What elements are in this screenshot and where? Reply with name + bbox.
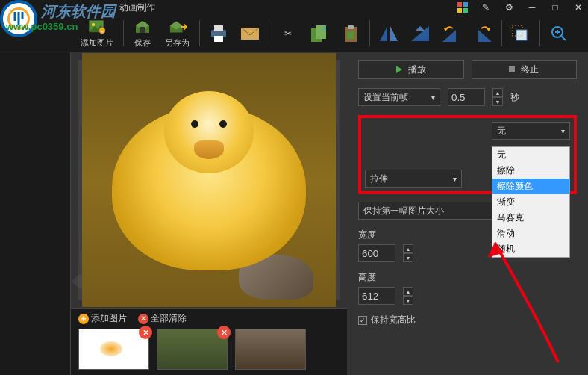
rotate-left-icon bbox=[442, 25, 460, 43]
flip-v-button[interactable] bbox=[405, 23, 435, 44]
annotation-highlight-box: 无 无 擦除 擦除颜色 渐变 马赛克 滑动 随机 拉伸 bbox=[358, 115, 577, 194]
email-button[interactable] bbox=[235, 23, 265, 44]
svg-line-20 bbox=[561, 36, 566, 40]
spinner-down[interactable]: ▼ bbox=[403, 296, 413, 305]
paste-button[interactable] bbox=[336, 23, 366, 44]
copy-icon bbox=[310, 25, 328, 43]
transition-dropdown[interactable]: 无 bbox=[492, 122, 570, 140]
transition-option[interactable]: 马赛克 bbox=[492, 210, 569, 226]
thumbnail-2[interactable]: ✕ bbox=[157, 329, 228, 370]
spinner-down[interactable]: ▼ bbox=[492, 97, 503, 106]
spinner-up[interactable]: ▲ bbox=[403, 287, 413, 296]
window-title: 动画制作 bbox=[119, 1, 155, 14]
save-as-button[interactable]: 另存为 bbox=[159, 16, 196, 50]
transition-option[interactable]: 渐变 bbox=[492, 194, 569, 210]
save-icon bbox=[134, 18, 151, 36]
zoom-in-icon bbox=[550, 25, 568, 43]
minimize-icon[interactable]: ─ bbox=[526, 1, 538, 13]
stop-label: 终止 bbox=[521, 63, 539, 76]
spinner-up[interactable]: ▲ bbox=[492, 88, 503, 97]
zoom-button[interactable] bbox=[544, 23, 574, 44]
svg-rect-1 bbox=[463, 2, 468, 7]
play-icon bbox=[396, 66, 402, 73]
svg-rect-0 bbox=[457, 2, 462, 7]
flip-h-button[interactable] bbox=[374, 23, 404, 44]
transition-option[interactable]: 无 bbox=[492, 147, 569, 163]
thumbs-add-button[interactable]: + 添加图片 bbox=[78, 312, 127, 325]
watermark-logo: 河东软件园 www.pc0359.cn bbox=[0, 0, 37, 37]
transition-dropdown-menu[interactable]: 无 擦除 擦除颜色 渐变 马赛克 滑动 随机 bbox=[492, 146, 570, 258]
add-image-label: 添加图片 bbox=[81, 37, 113, 49]
svg-rect-3 bbox=[463, 8, 468, 13]
cut-button[interactable]: ✂ bbox=[273, 23, 303, 44]
svg-point-5 bbox=[92, 23, 95, 26]
rotate-left-button[interactable] bbox=[437, 23, 466, 44]
spinner-up[interactable]: ▲ bbox=[403, 244, 413, 253]
save-button[interactable]: 保存 bbox=[128, 16, 157, 50]
play-label: 播放 bbox=[408, 63, 426, 76]
logo-url: www.pc0359.cn bbox=[6, 21, 78, 32]
transition-option[interactable]: 滑动 bbox=[492, 226, 569, 241]
keep-ratio-checkbox[interactable]: ✓ bbox=[358, 316, 367, 325]
canvas-area[interactable] bbox=[71, 52, 347, 308]
preview-image bbox=[82, 53, 336, 307]
thumbs-clear-label: 全部清除 bbox=[151, 312, 187, 325]
gear-icon[interactable]: ⚙ bbox=[503, 1, 515, 13]
logo-text: 河东软件园 bbox=[41, 1, 116, 22]
resize-button[interactable] bbox=[506, 23, 536, 44]
svg-rect-2 bbox=[457, 8, 462, 13]
thumb-delete-icon[interactable]: ✕ bbox=[217, 326, 231, 339]
x-icon: ✕ bbox=[138, 314, 148, 324]
transition-option-selected[interactable]: 擦除颜色 bbox=[492, 179, 569, 194]
save-as-icon bbox=[169, 18, 187, 36]
svg-text:+: + bbox=[101, 29, 104, 34]
plus-icon: + bbox=[78, 314, 89, 324]
keep-ratio-label: 保持宽高比 bbox=[371, 314, 416, 326]
duration-input[interactable] bbox=[448, 88, 485, 106]
thumbnail-3[interactable] bbox=[235, 329, 306, 370]
thumbnail-1[interactable]: ✕ bbox=[78, 329, 149, 370]
svg-rect-10 bbox=[214, 36, 223, 42]
duration-unit: 秒 bbox=[510, 91, 519, 104]
save-label: 保存 bbox=[134, 37, 151, 49]
svg-rect-17 bbox=[516, 30, 527, 40]
thumb-delete-icon[interactable]: ✕ bbox=[139, 326, 152, 339]
transition-option[interactable]: 擦除 bbox=[492, 163, 569, 179]
maximize-icon[interactable]: □ bbox=[549, 1, 561, 13]
scissors-icon: ✂ bbox=[279, 25, 297, 43]
stop-button[interactable]: 终止 bbox=[472, 60, 578, 79]
palette-icon[interactable] bbox=[457, 1, 469, 13]
flip-horizontal-icon bbox=[380, 25, 398, 43]
thumbnails-bar: + 添加图片 ✕ 全部清除 ✕ ✕ bbox=[71, 308, 347, 375]
height-input[interactable] bbox=[358, 287, 395, 305]
paste-icon bbox=[342, 25, 360, 43]
properties-panel: 播放 终止 设置当前帧 ▲▼ 秒 无 无 擦除 擦除颜色 渐变 马赛克 滑动 随… bbox=[347, 52, 588, 375]
rotate-right-button[interactable] bbox=[468, 23, 498, 44]
flip-vertical-icon bbox=[411, 25, 429, 43]
play-button[interactable]: 播放 bbox=[358, 60, 464, 79]
stop-icon bbox=[509, 66, 515, 72]
height-label: 高度 bbox=[358, 271, 577, 284]
printer-icon bbox=[210, 25, 228, 43]
resize-icon bbox=[512, 25, 530, 43]
envelope-icon bbox=[241, 25, 259, 43]
print-button[interactable] bbox=[204, 23, 234, 44]
thumbs-clear-button[interactable]: ✕ 全部清除 bbox=[138, 312, 187, 325]
rotate-right-icon bbox=[474, 25, 492, 43]
thumbs-add-label: 添加图片 bbox=[91, 312, 127, 325]
svg-rect-15 bbox=[348, 25, 354, 29]
set-frame-dropdown[interactable]: 设置当前帧 bbox=[358, 88, 440, 106]
copy-button[interactable] bbox=[304, 23, 334, 44]
edit-icon[interactable]: ✎ bbox=[480, 1, 492, 13]
save-as-label: 另存为 bbox=[165, 37, 190, 49]
svg-rect-9 bbox=[214, 25, 223, 31]
close-icon[interactable]: ✕ bbox=[572, 1, 584, 13]
svg-rect-16 bbox=[347, 31, 354, 39]
width-input[interactable] bbox=[358, 244, 395, 262]
svg-rect-13 bbox=[316, 25, 326, 39]
spinner-down[interactable]: ▼ bbox=[403, 253, 413, 262]
transition-option[interactable]: 随机 bbox=[492, 241, 569, 257]
left-sidebar bbox=[0, 52, 71, 375]
stretch-dropdown[interactable]: 拉伸 bbox=[365, 170, 462, 188]
